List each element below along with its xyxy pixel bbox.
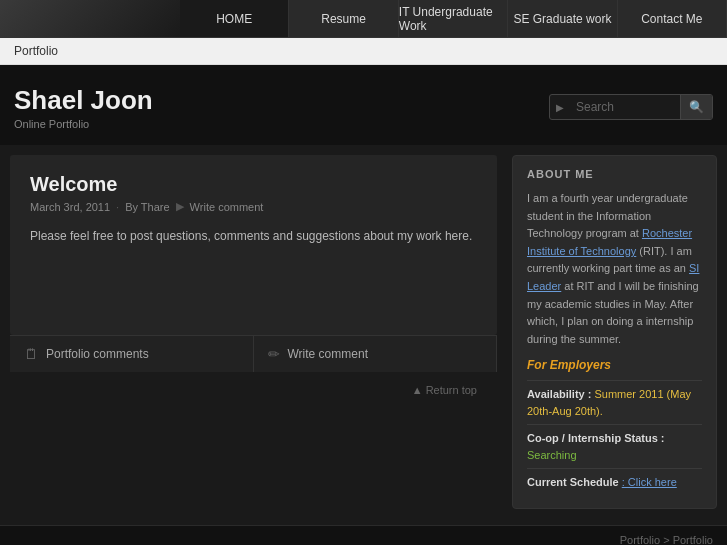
post-author: By Thare — [125, 201, 169, 213]
schedule-row: Current Schedule : Click here — [527, 468, 702, 491]
coop-value: Searching — [527, 449, 577, 461]
welcome-panel: Welcome March 3rd, 2011 · By Thare ▶ Wri… — [10, 155, 497, 335]
about-box: ABOUT ME I am a fourth year undergraduat… — [512, 155, 717, 509]
nav-se-grad[interactable]: SE Graduate work — [508, 0, 617, 37]
portfolio-comments-button[interactable]: 🗒 Portfolio comments — [10, 336, 254, 372]
post-title: Welcome — [30, 173, 477, 196]
schedule-link[interactable]: : Click here — [622, 476, 677, 488]
footer: Portfolio > Portfolio — [0, 525, 727, 545]
about-title: ABOUT ME — [527, 168, 702, 180]
write-label: Write comment — [288, 347, 368, 361]
schedule-label: Current Schedule — [527, 476, 619, 488]
site-title: Shael Joon — [14, 85, 153, 116]
site-identity: Shael Joon Online Portfolio — [14, 85, 153, 130]
logo-area — [0, 0, 180, 37]
write-comment-meta-link[interactable]: Write comment — [190, 201, 264, 213]
search-box: ▶ 🔍 — [549, 94, 713, 120]
comments-label: Portfolio comments — [46, 347, 149, 361]
about-text: I am a fourth year undergraduate student… — [527, 190, 702, 348]
sidebar-right: ABOUT ME I am a fourth year undergraduat… — [507, 145, 727, 525]
coop-label: Co-op / Internship Status : — [527, 432, 665, 444]
return-top-label: Return top — [426, 384, 477, 396]
for-employers-label: For Employers — [527, 358, 702, 372]
search-arrow-icon: ▶ — [550, 98, 570, 117]
coop-row: Co-op / Internship Status : Searching — [527, 424, 702, 463]
nav-items: HOME Resume IT Undergraduate Work SE Gra… — [180, 0, 727, 37]
search-button[interactable]: 🔍 — [680, 95, 712, 119]
nav-it-undergrad[interactable]: IT Undergraduate Work — [399, 0, 508, 37]
write-icon: ✏ — [268, 346, 280, 362]
site-header: Shael Joon Online Portfolio ▶ 🔍 — [0, 65, 727, 145]
main-area: Welcome March 3rd, 2011 · By Thare ▶ Wri… — [0, 145, 727, 525]
availability-label: Availability : — [527, 388, 591, 400]
nav-contact[interactable]: Contact Me — [618, 0, 727, 37]
meta-separator2: ▶ — [176, 200, 184, 213]
post-date: March 3rd, 2011 — [30, 201, 110, 213]
return-top-link[interactable]: ▲ Return top — [0, 372, 497, 408]
comments-icon: 🗒 — [24, 346, 38, 362]
return-top-arrow: ▲ — [412, 384, 426, 396]
breadcrumb: Portfolio — [0, 38, 727, 65]
search-input[interactable] — [570, 96, 680, 118]
post-body: Please feel free to post questions, comm… — [30, 227, 477, 246]
availability-row: Availability : Summer 2011 (May 20th-Aug… — [527, 380, 702, 419]
nav-resume[interactable]: Resume — [289, 0, 398, 37]
top-navigation: HOME Resume IT Undergraduate Work SE Gra… — [0, 0, 727, 38]
post-meta: March 3rd, 2011 · By Thare ▶ Write comme… — [30, 200, 477, 213]
footer-breadcrumb: Portfolio > Portfolio — [620, 534, 713, 545]
site-subtitle: Online Portfolio — [14, 118, 153, 130]
meta-separator: · — [116, 201, 119, 213]
action-bar: 🗒 Portfolio comments ✏ Write comment — [10, 335, 497, 372]
nav-home[interactable]: HOME — [180, 0, 289, 37]
write-comment-button[interactable]: ✏ Write comment — [254, 336, 498, 372]
content-left: Welcome March 3rd, 2011 · By Thare ▶ Wri… — [0, 145, 507, 525]
